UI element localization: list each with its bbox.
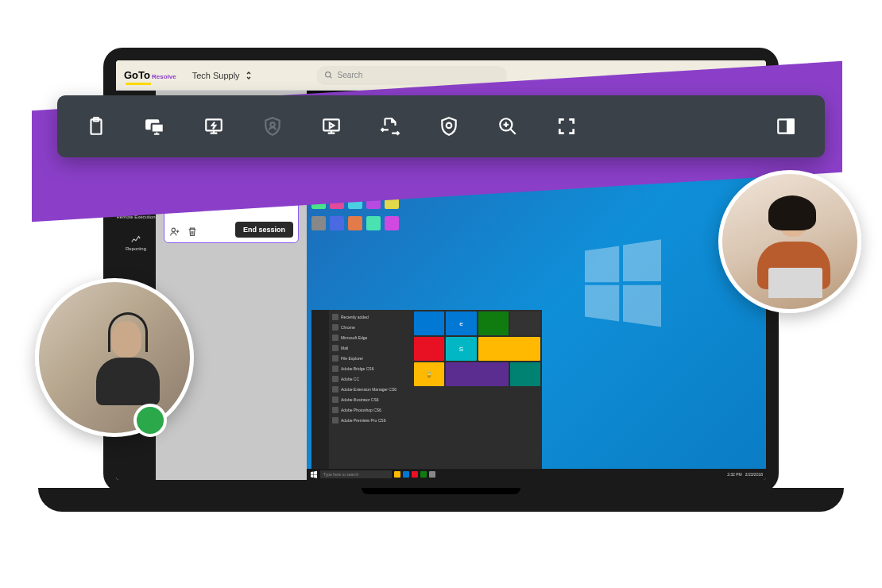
session-actions xyxy=(169,226,198,238)
start-list-item[interactable]: Adobe Premiere Pro CS6 xyxy=(331,416,411,424)
photo-laptop xyxy=(768,268,822,298)
file-transfer-icon[interactable] xyxy=(380,116,400,137)
live-tile[interactable]: S xyxy=(446,337,476,361)
logo-underline xyxy=(126,83,151,85)
svg-rect-10 xyxy=(323,119,339,130)
end-session-button[interactable]: End session xyxy=(235,222,293,238)
windows-desktop[interactable]: Recently added Chrome Microsoft Edge Mai… xyxy=(307,170,766,480)
shield-icon[interactable] xyxy=(439,116,459,137)
laptop-notch xyxy=(362,488,520,494)
svg-point-0 xyxy=(325,72,330,77)
live-tile[interactable] xyxy=(414,311,444,335)
monitors-icon[interactable] xyxy=(145,116,165,137)
logo-text-to: To xyxy=(138,69,150,81)
taskbar-app-icon[interactable] xyxy=(403,471,409,478)
live-tile[interactable] xyxy=(446,362,509,386)
start-list-item[interactable]: Adobe Illustrator CS6 xyxy=(331,396,411,404)
start-list-item[interactable]: Adobe Extension Manager CS6 xyxy=(331,385,411,393)
taskbar-app-icon[interactable] xyxy=(429,471,435,478)
start-menu-tiles: e S 🔒 xyxy=(412,310,542,469)
support-agent-photo xyxy=(35,278,194,437)
live-tile[interactable] xyxy=(414,337,444,361)
svg-point-9 xyxy=(270,122,274,126)
start-list-item[interactable]: Adobe Bridge CS6 xyxy=(331,365,411,373)
desktop-icon[interactable] xyxy=(348,216,362,230)
live-tile[interactable] xyxy=(478,337,541,361)
screen-play-icon[interactable] xyxy=(321,116,342,137)
taskbar-app-icon[interactable] xyxy=(420,471,427,478)
start-list-item[interactable]: Mail xyxy=(331,344,411,352)
taskbar-app-icon[interactable] xyxy=(412,471,418,478)
desktop-icon[interactable] xyxy=(385,216,399,230)
taskbar-time: 2:32 PM xyxy=(727,472,742,477)
end-user-photo xyxy=(718,170,861,313)
sidebar-item-reporting[interactable]: Reporting xyxy=(126,234,146,251)
fullscreen-icon[interactable] xyxy=(556,116,577,137)
add-user-icon[interactable] xyxy=(169,226,180,238)
logo-text-go: Go xyxy=(124,69,138,81)
live-tile[interactable] xyxy=(510,362,540,386)
live-tile[interactable]: 🔒 xyxy=(414,362,444,386)
taskbar-search[interactable]: Type here to search xyxy=(320,470,392,478)
live-tile[interactable] xyxy=(510,311,540,335)
trash-icon[interactable] xyxy=(187,226,198,238)
start-list-item[interactable]: File Explorer xyxy=(331,354,411,362)
taskbar-app-icon[interactable] xyxy=(394,471,400,478)
start-list-item[interactable]: Recently added xyxy=(331,313,411,321)
svg-point-11 xyxy=(447,123,452,129)
desktop-icon[interactable] xyxy=(330,216,344,230)
logo-product: Resolve xyxy=(152,73,176,80)
start-menu-app-list: Recently added Chrome Microsoft Edge Mai… xyxy=(329,310,412,469)
live-tile[interactable] xyxy=(478,311,509,335)
sidebar-label: Reporting xyxy=(126,246,146,251)
start-list-item[interactable]: Chrome xyxy=(331,323,411,331)
start-list-item[interactable]: Microsoft Edge xyxy=(331,334,411,342)
online-status-indicator xyxy=(133,404,167,437)
windows-start-icon[interactable] xyxy=(310,470,318,478)
headset-icon xyxy=(108,312,148,352)
chart-line-icon xyxy=(130,234,141,245)
org-name: Tech Supply xyxy=(192,71,240,80)
search-icon xyxy=(324,71,333,79)
svg-rect-7 xyxy=(152,124,164,133)
svg-point-3 xyxy=(172,228,175,231)
chevron-updown-icon xyxy=(245,71,253,80)
remote-session-toolbar xyxy=(57,95,825,157)
zoom-in-icon[interactable] xyxy=(497,116,518,137)
global-search[interactable]: Search xyxy=(316,66,507,85)
search-placeholder: Search xyxy=(338,71,363,79)
taskbar-tray[interactable]: 2:32 PM 2/23/2018 xyxy=(727,472,763,477)
shield-user-icon[interactable] xyxy=(262,116,283,137)
windows-start-menu[interactable]: Recently added Chrome Microsoft Edge Mai… xyxy=(311,310,542,469)
windows-logo-icon xyxy=(575,234,671,329)
windows-taskbar[interactable]: Type here to search 2:32 PM 2/23/2018 xyxy=(307,469,766,480)
start-menu-rail xyxy=(311,310,329,469)
goto-resolve-logo: GoTo Resolve xyxy=(124,69,176,81)
live-tile[interactable]: e xyxy=(446,311,476,335)
start-list-item[interactable]: Adobe Photoshop CS6 xyxy=(331,406,411,414)
taskbar-date: 2/23/2018 xyxy=(745,472,763,477)
svg-rect-14 xyxy=(787,119,794,133)
clipboard-icon[interactable] xyxy=(86,116,106,137)
power-monitor-icon[interactable] xyxy=(203,116,224,137)
start-list-item[interactable]: Adobe CC xyxy=(331,375,411,383)
photo-hair xyxy=(768,195,816,230)
panel-toggle-icon[interactable] xyxy=(776,116,796,137)
desktop-icon[interactable] xyxy=(366,216,381,230)
desktop-icon[interactable] xyxy=(311,216,326,230)
org-selector[interactable]: Tech Supply xyxy=(186,68,259,83)
toolbar-icon-group xyxy=(86,116,577,137)
